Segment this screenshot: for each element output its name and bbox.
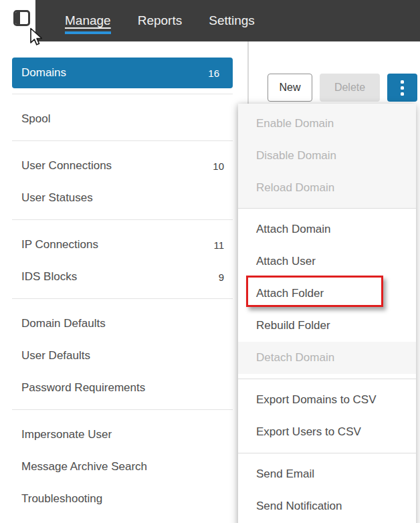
tab-settings[interactable]: Settings xyxy=(209,0,255,41)
sidebar-item-user-defaults[interactable]: User Defaults xyxy=(0,340,247,372)
menu-item-attach-domain[interactable]: Attach Domain xyxy=(238,213,416,245)
sidebar-item-label: Domains xyxy=(21,66,66,80)
sidebar-item-count: 11 xyxy=(213,239,224,251)
sidebar-item-label: User Connections xyxy=(21,159,112,173)
sidebar-item-label: Impersonate User xyxy=(21,428,112,441)
sidebar-item-domain-defaults[interactable]: Domain Defaults xyxy=(0,308,247,340)
sidebar-item-count: 10 xyxy=(213,161,224,172)
sidebar-item-ids-blocks[interactable]: IDS Blocks 9 xyxy=(0,261,247,293)
menu-item-rebuild-folder[interactable]: Rebuild Folder xyxy=(238,310,416,342)
sidebar-divider xyxy=(12,409,233,410)
sidebar-divider xyxy=(12,94,233,94)
tab-settings-label: Settings xyxy=(209,13,255,28)
menu-item-attach-user[interactable]: Attach User xyxy=(238,245,416,278)
tab-manage-label: Manage xyxy=(65,13,111,28)
more-options-button[interactable] xyxy=(387,74,417,102)
vertical-ellipsis-icon xyxy=(401,80,404,96)
sidebar-divider xyxy=(12,298,233,299)
sidebar-item-ip-connections[interactable]: IP Connections 11 xyxy=(0,229,247,261)
sidebar-divider xyxy=(12,219,233,220)
sidebar-toggle-icon[interactable] xyxy=(13,10,30,26)
new-button[interactable]: New xyxy=(268,74,312,102)
sidebar-item-password-requirements[interactable]: Password Requirements xyxy=(0,372,247,404)
sidebar-divider xyxy=(12,140,233,141)
sidebar-item-label: IP Connections xyxy=(21,238,98,251)
menu-group-export: Export Domains to CSV Export Users to CS… xyxy=(238,379,416,453)
sidebar-item-domains[interactable]: Domains 16 xyxy=(12,58,233,88)
menu-item-disable-domain: Disable Domain xyxy=(238,140,416,172)
sidebar: Domains 16 Spool User Connections 10 Use… xyxy=(0,41,247,515)
sidebar-item-label: IDS Blocks xyxy=(21,270,77,284)
menu-item-detach-domain: Detach Domain xyxy=(238,342,416,374)
menu-group-send: Send Email Send Notification xyxy=(238,453,416,523)
toolbar: New Delete xyxy=(268,74,417,102)
sidebar-item-spool[interactable]: Spool xyxy=(0,103,247,135)
actions-context-menu: Enable Domain Disable Domain Reload Doma… xyxy=(238,104,416,523)
sidebar-item-label: Domain Defaults xyxy=(21,317,106,330)
menu-item-enable-domain: Enable Domain xyxy=(238,108,416,140)
tab-reports-label: Reports xyxy=(138,13,183,28)
menu-item-export-users-csv[interactable]: Export Users to CSV xyxy=(238,416,416,448)
menu-group-attach: Attach Domain Attach User Attach Folder … xyxy=(238,209,416,379)
delete-button: Delete xyxy=(320,74,380,102)
sidebar-toggle-fill xyxy=(15,12,20,24)
tab-reports[interactable]: Reports xyxy=(138,0,183,41)
sidebar-item-label: User Statuses xyxy=(21,191,93,205)
top-nav-bar: Manage Reports Settings xyxy=(35,0,420,41)
sidebar-item-impersonate-user[interactable]: Impersonate User xyxy=(0,419,247,451)
sidebar-item-user-statuses[interactable]: User Statuses xyxy=(0,182,247,214)
sidebar-item-label: Troubleshooting xyxy=(21,492,102,506)
menu-item-send-notification[interactable]: Send Notification xyxy=(238,490,416,522)
sidebar-item-message-archive-search[interactable]: Message Archive Search xyxy=(0,451,247,483)
sidebar-item-count: 16 xyxy=(208,68,219,79)
menu-group-domain-state: Enable Domain Disable Domain Reload Doma… xyxy=(238,104,416,208)
sidebar-item-label: Password Requirements xyxy=(21,381,145,395)
sidebar-item-count: 9 xyxy=(219,272,224,283)
sidebar-item-label: User Defaults xyxy=(21,349,90,362)
active-tab-indicator xyxy=(65,31,111,34)
tab-manage[interactable]: Manage xyxy=(65,0,111,41)
menu-item-attach-folder[interactable]: Attach Folder xyxy=(238,278,416,310)
sidebar-item-label: Spool xyxy=(21,112,50,126)
sidebar-item-user-connections[interactable]: User Connections 10 xyxy=(0,150,247,182)
content-divider xyxy=(247,41,249,104)
menu-item-export-domains-csv[interactable]: Export Domains to CSV xyxy=(238,384,416,416)
sidebar-item-label: Message Archive Search xyxy=(21,460,147,474)
menu-item-send-email[interactable]: Send Email xyxy=(238,458,416,490)
menu-item-reload-domain: Reload Domain xyxy=(238,172,416,204)
sidebar-item-troubleshooting[interactable]: Troubleshooting xyxy=(0,483,247,515)
